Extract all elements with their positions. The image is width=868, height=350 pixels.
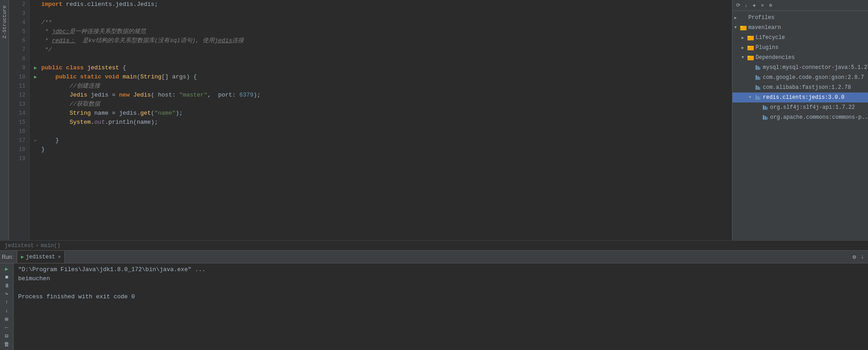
code-content: public static void main(String[] args) { [41, 73, 732, 82]
code-line: ▶public class jedistest { [34, 63, 732, 73]
run-tab-icon: ▶ [21, 254, 24, 260]
token: ( host: [151, 92, 179, 98]
tree-item-label: mysql:mysql-connector-java:5.1.27 [763, 64, 868, 71]
collapse-btn[interactable]: ⊟ [2, 332, 12, 340]
svg-rect-7 [747, 56, 750, 57]
maven-tree-item-lifecycle[interactable]: ▶Lifecycle [732, 33, 868, 43]
maven-tree-item-dependencies[interactable]: ▼Dependencies [732, 53, 868, 63]
tree-arrow[interactable]: ▼ [734, 25, 740, 30]
clear-btn[interactable]: 🗑 [2, 341, 12, 349]
code-line [34, 9, 732, 18]
breadcrumb-item: main() [41, 243, 60, 249]
maven-tree-item-profiles[interactable]: ▶Profiles [732, 13, 868, 23]
gutter-icon[interactable]: ⌐ [34, 136, 41, 145]
token: ) { [186, 73, 197, 80]
bottom-actions: ⚙ ↓ [851, 253, 866, 261]
svg-rect-21 [765, 106, 766, 110]
maven-tree-item-dep5[interactable]: org.slf4j:slf4j-api:1.7.22 [732, 102, 868, 112]
line-number: 9 [13, 63, 25, 73]
minimize-btn[interactable]: ↓ [859, 253, 866, 261]
code-line: ▶ public static void main(String[] args)… [34, 73, 732, 82]
scroll-up-btn[interactable]: ↑ [2, 299, 12, 306]
token: new [119, 92, 133, 98]
rerun-btn[interactable]: ↷ [2, 291, 12, 298]
maven-tree-item-dep3[interactable]: com.alibaba:fastjson:1.2.78 [732, 83, 868, 92]
settings-btn[interactable]: ⚙ [851, 253, 858, 261]
maven-tree-item-mavenlearn[interactable]: ▼mavenlearn [732, 23, 868, 33]
svg-rect-8 [756, 65, 757, 70]
tree-btn[interactable]: ⊞ [2, 316, 12, 323]
none-icon [740, 14, 747, 21]
maven-toolbar-btn[interactable]: ✕ [759, 2, 766, 9]
maven-tree-item-dep4[interactable]: ▼redis.clients:jedis:3.0.0 [732, 92, 868, 102]
tree-arrow[interactable]: ▶ [742, 45, 747, 50]
maven-tree-item-dep2[interactable]: com.google.code.gson:gson:2.8.7 [732, 73, 868, 83]
code-content: public class jedistest { [41, 63, 732, 73]
token: [] [161, 73, 172, 80]
token: 是kv结构的非关系型数据库(没有sql语句), 使用 [75, 37, 214, 44]
code-area[interactable]: import redis.clients.jedis.Jedis;/** * j… [29, 0, 732, 240]
svg-rect-12 [757, 76, 759, 80]
svg-rect-20 [763, 105, 764, 110]
run-tab-label: jedistest [26, 254, 55, 260]
tree-arrow[interactable]: ▶ [742, 35, 747, 40]
token: out [94, 119, 105, 126]
run-tab-close[interactable]: × [58, 254, 61, 260]
folder-icon [740, 24, 747, 31]
folder-icon [747, 44, 754, 51]
token: Jedis [133, 92, 151, 98]
code-line: String name = jedis.get("name"); [34, 109, 732, 118]
token: */ [41, 46, 52, 53]
scroll-down-btn[interactable]: ↓ [2, 307, 12, 315]
svg-rect-13 [759, 77, 760, 80]
stop-btn[interactable]: ■ [2, 274, 12, 282]
maven-tree-item-dep6[interactable]: org.apache.commons:commons-p... [732, 112, 868, 122]
svg-rect-18 [757, 96, 759, 100]
run-btn[interactable]: ▶ [2, 265, 12, 273]
console-line: beimuchen [18, 274, 863, 283]
code-line: * jdbc:是一种连接关系型数据的规范 [34, 27, 732, 36]
pause-btn[interactable]: ⏸ [2, 282, 12, 290]
back-btn[interactable]: ← [2, 324, 12, 332]
code-content: String name = jedis.get("name"); [41, 109, 732, 118]
run-console: "D:\Program Files\Java\jdk1.8.0_172\bin\… [14, 263, 868, 350]
token [41, 92, 69, 98]
token: import [41, 1, 63, 8]
maven-tree-item-plugins[interactable]: ▶Plugins [732, 43, 868, 53]
z-structure-sidebar[interactable]: Z-Structure [0, 0, 9, 240]
code-content: //获取数据 [41, 100, 732, 109]
code-content: System.out.println(name); [41, 118, 732, 127]
code-line: /** [34, 18, 732, 27]
dependency-icon [754, 74, 761, 81]
token: jdbc: [52, 28, 69, 35]
token: "master" [179, 92, 207, 98]
code-line: //创建连接 [34, 82, 732, 91]
token: , port: [208, 92, 239, 98]
line-number: 17 [13, 136, 25, 145]
svg-rect-16 [759, 87, 760, 90]
maven-tree[interactable]: ▶Profiles▼mavenlearn▶Lifecycle▶Plugins▼D… [732, 11, 868, 240]
maven-tree-item-dep1[interactable]: mysql:mysql-connector-java:5.1.27 [732, 63, 868, 73]
maven-toolbar-btn[interactable]: ↓ [742, 2, 750, 9]
token: } [41, 137, 59, 144]
gutter-icon[interactable]: ▶ [34, 73, 41, 82]
maven-toolbar-btn[interactable]: ✚ [751, 2, 758, 9]
run-tab[interactable]: ▶ jedistest × [17, 251, 65, 263]
tree-item-label: Lifecycle [756, 34, 785, 41]
line-number: 3 [13, 9, 25, 18]
svg-rect-24 [765, 116, 766, 120]
code-content: Jedis jedis = new Jedis( host: "master",… [41, 91, 732, 100]
tree-item-label: Profiles [748, 15, 775, 21]
svg-rect-22 [766, 107, 767, 110]
line-number: 7 [13, 45, 25, 54]
maven-toolbar-btn[interactable]: ⟳ [734, 2, 742, 9]
token: jedis = [87, 92, 119, 98]
maven-toolbar-btn[interactable]: ⚙ [767, 2, 774, 9]
gutter-icon[interactable]: ▶ [34, 63, 41, 73]
token: "name" [155, 110, 176, 117]
tree-arrow[interactable]: ▼ [742, 55, 747, 60]
dependency-icon [754, 84, 761, 91]
token: name = jedis. [91, 110, 140, 117]
tree-arrow[interactable]: ▼ [749, 95, 754, 100]
tree-arrow[interactable]: ▶ [734, 15, 740, 20]
